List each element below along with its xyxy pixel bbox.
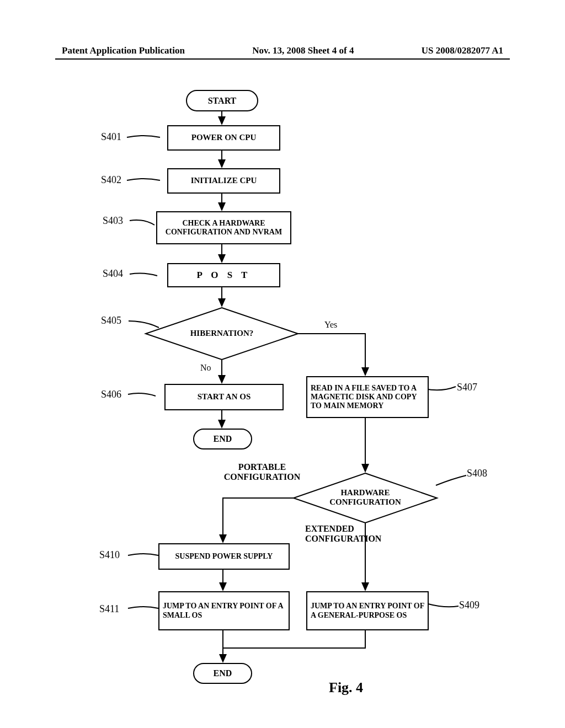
page-root: Patent Application Publication Nov. 13, … [0,0,565,728]
step-s411-text: JUMP TO AN ENTRY POINT OF A SMALL OS [163,602,285,619]
ref-s410: S410 [99,549,120,561]
ref-s406: S406 [101,389,121,400]
edge-extended: EXTENDED CONFIGURATION [305,524,393,544]
step-s407: READ IN A FILE SAVED TO A MAGNETIC DISK … [306,376,429,418]
edge-no: No [200,363,211,373]
terminator-end-2: END [193,663,252,684]
ref-s411: S411 [99,603,119,615]
figure-caption: Fig. 4 [329,679,363,696]
step-s404: P O S T [167,263,280,287]
diamond-s405-text: HIBERNATION? [175,329,269,338]
edge-yes: Yes [324,320,337,330]
diamond-s408-text: HARDWARE CONFIGURATION [318,488,412,507]
step-s403-text: CHECK A HARDWARE CONFIGURATION AND NVRAM [161,219,287,237]
step-s409: JUMP TO AN ENTRY POINT OF A GENERAL-PURP… [306,591,429,630]
step-s411: JUMP TO AN ENTRY POINT OF A SMALL OS [158,591,290,630]
step-s401-text: POWER ON CPU [191,133,257,142]
ref-s409: S409 [459,599,479,611]
step-s403: CHECK A HARDWARE CONFIGURATION AND NVRAM [156,211,291,244]
step-s410: SUSPEND POWER SUPPLY [158,543,290,570]
step-s402: INITIALIZE CPU [167,168,280,194]
step-s402-text: INITIALIZE CPU [191,176,257,185]
terminator-end-1: END [193,429,252,449]
terminator-start-label: START [208,96,237,106]
ref-s405: S405 [101,315,121,326]
ref-s407: S407 [457,382,477,393]
ref-s403: S403 [103,215,123,227]
step-s404-text: P O S T [197,270,251,281]
step-s406-text: START AN OS [198,392,250,402]
ref-s401: S401 [101,131,121,143]
step-s401: POWER ON CPU [167,125,280,151]
terminator-start: START [186,90,258,111]
step-s409-text: JUMP TO AN ENTRY POINT OF A GENERAL-PURP… [311,602,424,619]
terminator-end2-label: END [214,668,232,678]
terminator-end1-label: END [214,434,232,444]
step-s406: START AN OS [164,384,284,410]
ref-s404: S404 [103,268,123,280]
ref-s408: S408 [467,468,487,479]
step-s407-text: READ IN A FILE SAVED TO A MAGNETIC DISK … [311,384,424,410]
edge-portable: PORTABLE CONFIGURATION [218,462,306,482]
ref-s402: S402 [101,174,121,186]
step-s410-text: SUSPEND POWER SUPPLY [175,552,273,561]
